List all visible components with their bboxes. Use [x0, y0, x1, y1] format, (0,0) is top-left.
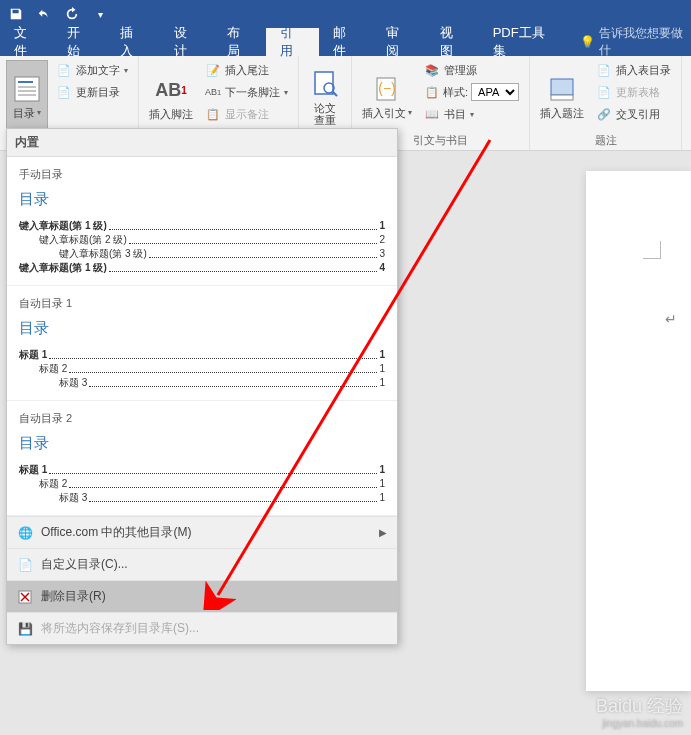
cross-reference-button[interactable]: 🔗 交叉引用 [592, 104, 675, 124]
remove-toc-button[interactable]: 删除目录(R) [7, 580, 397, 612]
show-notes-icon: 📋 [205, 106, 221, 122]
add-text-label: 添加文字 [76, 63, 120, 78]
chevron-down-icon: ▾ [470, 110, 474, 119]
lookup-icon [309, 68, 341, 100]
insert-caption-label: 插入题注 [540, 107, 584, 119]
footnote-icon: AB1 [155, 74, 187, 106]
toc-preview-line: 键入章标题(第 2 级)2 [19, 233, 385, 247]
remove-toc-icon [17, 589, 33, 605]
update-toc-button[interactable]: 📄 更新目录 [52, 82, 132, 102]
toc-preview-line: 键入章标题(第 1 级)4 [19, 261, 385, 275]
show-notes-button: 📋 显示备注 [201, 104, 292, 124]
svg-rect-0 [15, 77, 39, 101]
bibliography-label: 书目 [444, 107, 466, 122]
undo-icon[interactable] [34, 4, 54, 24]
insert-endnote-button[interactable]: 📝 插入尾注 [201, 60, 292, 80]
citation-style-row: 📋 样式: APA [420, 82, 523, 102]
crossref-icon: 🔗 [596, 106, 612, 122]
insert-citation-button[interactable]: (−) 插入引文▾ [358, 60, 416, 131]
svg-line-7 [333, 92, 337, 96]
toc-gallery-item[interactable]: 自动目录 2目录标题 11标题 21标题 31 [7, 401, 397, 516]
tab-pdf[interactable]: PDF工具集 [479, 28, 570, 56]
custom-toc-button[interactable]: 📄 自定义目录(C)... [7, 548, 397, 580]
toc-button[interactable]: 目录▾ [6, 60, 48, 131]
citation-style-select[interactable]: APA [471, 83, 519, 101]
toc-preview-line: 键入章标题(第 3 级)3 [19, 247, 385, 261]
endnote-icon: 📝 [205, 62, 221, 78]
tab-layout[interactable]: 布局 [213, 28, 266, 56]
tab-mailings[interactable]: 邮件 [319, 28, 372, 56]
document-page[interactable]: ↵ [586, 171, 691, 691]
toc-preview-title: 目录 [19, 190, 385, 209]
manage-sources-icon: 📚 [424, 62, 440, 78]
toc-preview-line: 标题 11 [19, 348, 385, 362]
save-toc-icon: 💾 [17, 621, 33, 637]
toc-preview-line: 标题 31 [19, 376, 385, 390]
toc-button-label: 目录 [13, 107, 35, 119]
lightbulb-icon: 💡 [580, 35, 595, 49]
save-icon[interactable] [6, 4, 26, 24]
citation-icon: (−) [371, 73, 403, 105]
update-table-icon: 📄 [596, 84, 612, 100]
toc-gallery: 手动目录目录键入章标题(第 1 级)1键入章标题(第 2 级)2键入章标题(第 … [7, 157, 397, 516]
more-toc-label: Office.com 中的其他目录(M) [41, 524, 191, 541]
add-text-button[interactable]: 📄 添加文字 ▾ [52, 60, 132, 80]
tab-review[interactable]: 审阅 [372, 28, 425, 56]
insert-caption-button[interactable]: 插入题注 [536, 60, 588, 131]
next-footnote-label: 下一条脚注 [225, 85, 280, 100]
toc-gallery-item[interactable]: 自动目录 1目录标题 11标题 21标题 31 [7, 286, 397, 401]
update-icon: 📄 [56, 84, 72, 100]
more-toc-office-button[interactable]: 🌐 Office.com 中的其他目录(M) ▶ [7, 516, 397, 548]
next-footnote-icon: AB1 [205, 84, 221, 100]
table-figures-icon: 📄 [596, 62, 612, 78]
toc-preview-line: 键入章标题(第 1 级)1 [19, 219, 385, 233]
insert-table-figures-label: 插入表目录 [616, 63, 671, 78]
paper-check-button[interactable]: 论文 查重 [305, 60, 345, 134]
chevron-right-icon: ▶ [379, 527, 387, 538]
insert-footnote-label: 插入脚注 [149, 108, 193, 120]
tab-file[interactable]: 文件 [0, 28, 53, 56]
manage-sources-button[interactable]: 📚 管理源 [420, 60, 523, 80]
style-label: 样式: [443, 85, 468, 100]
manage-sources-label: 管理源 [444, 63, 477, 78]
tab-design[interactable]: 设计 [160, 28, 213, 56]
toc-item-name: 自动目录 1 [19, 296, 385, 311]
svg-text:(−): (−) [378, 80, 396, 96]
next-footnote-button[interactable]: AB1 下一条脚注 ▾ [201, 82, 292, 102]
insert-endnote-label: 插入尾注 [225, 63, 269, 78]
toc-preview-line: 标题 21 [19, 477, 385, 491]
tell-me-search[interactable]: 💡 告诉我您想要做什 [580, 28, 691, 56]
bibliography-icon: 📖 [424, 106, 440, 122]
style-icon: 📋 [424, 84, 440, 100]
save-toc-selection-button: 💾 将所选内容保存到目录库(S)... [7, 612, 397, 644]
insert-footnote-button[interactable]: AB1 插入脚注 [145, 60, 197, 134]
toc-preview-line: 标题 31 [19, 491, 385, 505]
chevron-down-icon: ▾ [284, 88, 288, 97]
tab-references[interactable]: 引用 [266, 28, 319, 56]
tab-home[interactable]: 开始 [53, 28, 106, 56]
update-table-label: 更新表格 [616, 85, 660, 100]
caption-icon [546, 73, 578, 105]
toc-gallery-item[interactable]: 手动目录目录键入章标题(第 1 级)1键入章标题(第 2 级)2键入章标题(第 … [7, 157, 397, 286]
insert-citation-label: 插入引文 [362, 107, 406, 119]
svg-rect-11 [551, 95, 573, 100]
page-margin-corner [643, 241, 661, 259]
redo-icon[interactable] [62, 4, 82, 24]
toc-builtin-header: 内置 [7, 129, 397, 157]
paragraph-mark: ↵ [665, 311, 677, 327]
toc-dropdown-menu: 内置 手动目录目录键入章标题(第 1 级)1键入章标题(第 2 级)2键入章标题… [6, 128, 398, 645]
chevron-down-icon: ▾ [408, 107, 412, 119]
remove-toc-label: 删除目录(R) [41, 588, 106, 605]
custom-toc-label: 自定义目录(C)... [41, 556, 128, 573]
show-notes-label: 显示备注 [225, 107, 269, 122]
tab-view[interactable]: 视图 [426, 28, 479, 56]
bibliography-button[interactable]: 📖 书目 ▾ [420, 104, 523, 124]
insert-table-figures-button[interactable]: 📄 插入表目录 [592, 60, 675, 80]
tab-insert[interactable]: 插入 [106, 28, 159, 56]
qat-customize-icon[interactable]: ▾ [90, 4, 110, 24]
cross-reference-label: 交叉引用 [616, 107, 660, 122]
update-toc-label: 更新目录 [76, 85, 120, 100]
toc-item-name: 自动目录 2 [19, 411, 385, 426]
paper-check-label: 论文 查重 [314, 102, 336, 126]
toc-preview-line: 标题 21 [19, 362, 385, 376]
